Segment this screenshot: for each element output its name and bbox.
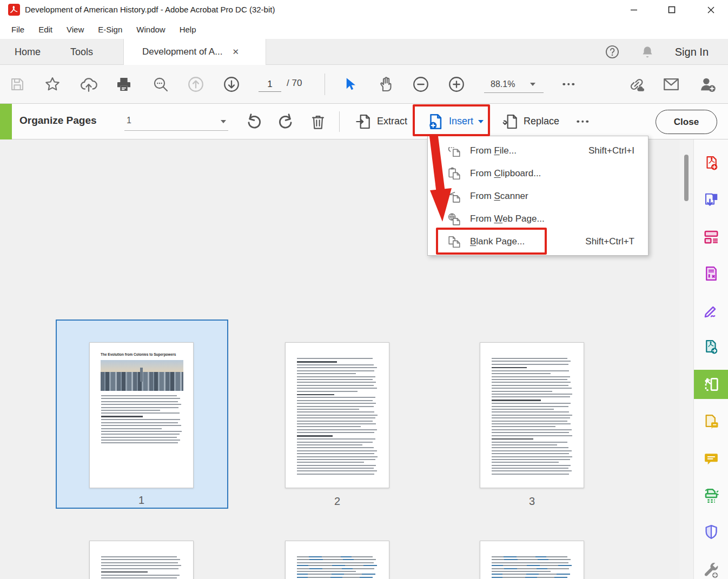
delete-pages-icon[interactable] [309, 113, 327, 130]
select-tool-icon[interactable] [342, 76, 358, 92]
page3-text [492, 358, 573, 476]
close-tool-button[interactable]: Close [656, 110, 717, 134]
page2-text [297, 358, 379, 476]
add-user-icon[interactable] [698, 75, 717, 94]
sidebar-scan-ocr[interactable] [694, 480, 728, 510]
share-link-icon[interactable] [627, 75, 646, 94]
tab-close-icon[interactable]: ✕ [232, 47, 239, 57]
page-thumbnail-6[interactable] [480, 541, 584, 579]
tool-accent-strip [0, 104, 12, 139]
page-total-label: / 70 [287, 78, 302, 89]
sign-in-button[interactable]: Sign In [675, 46, 709, 58]
page4-text [101, 556, 183, 579]
menu-item-from-clipboard[interactable]: From Clipboard... [428, 162, 649, 185]
page-number-label-2: 2 [285, 495, 389, 508]
help-icon[interactable] [605, 44, 620, 59]
sidebar-more-tools[interactable] [694, 555, 728, 579]
page-thumbnail-2[interactable] [285, 342, 389, 488]
rotate-right-icon[interactable] [276, 112, 295, 131]
sidebar-combine-files[interactable] [694, 407, 728, 437]
page-thumbnail-3[interactable] [480, 342, 584, 488]
menu-view[interactable]: View [59, 19, 91, 39]
zoom-level-control[interactable]: 88.1% [484, 76, 544, 93]
menu-item-shortcut: Shift+Ctrl+T [585, 236, 634, 247]
replace-pages-icon[interactable] [502, 113, 519, 130]
page-range-caret-icon [221, 120, 226, 123]
sidebar-create-pdf[interactable] [694, 148, 728, 178]
next-page-icon[interactable] [222, 75, 241, 94]
sidebar-edit-pdf[interactable] [694, 222, 728, 252]
annotation-arrow [425, 135, 458, 226]
page-number-label-3: 3 [480, 495, 584, 508]
zoom-in-icon[interactable] [447, 75, 466, 94]
menu-item-from-file[interactable]: From File... Shift+Ctrl+I [428, 139, 649, 162]
organize-more-icon[interactable] [577, 120, 588, 123]
sidebar-comment[interactable] [694, 443, 728, 474]
sidebar-fill-sign[interactable] [694, 295, 728, 325]
menu-item-shortcut: Shift+Ctrl+I [588, 145, 634, 156]
acrobat-window: Development of American History.pdf - Ad… [0, 0, 728, 579]
hand-tool-icon[interactable] [377, 76, 394, 93]
vertical-scrollbar[interactable] [679, 139, 693, 579]
menu-help[interactable]: Help [173, 19, 203, 39]
star-icon[interactable] [44, 76, 61, 93]
menu-bar: File Edit View E-Sign Window Help [0, 19, 728, 39]
notifications-bell-icon[interactable] [640, 44, 654, 59]
sidebar-organize-pages-active[interactable] [694, 370, 728, 399]
print-icon[interactable] [115, 76, 133, 93]
replace-button[interactable]: Replace [524, 116, 559, 127]
title-bar: Development of American History.pdf - Ad… [0, 0, 728, 19]
page-number-input[interactable]: 1 [259, 77, 281, 92]
organize-bar-divider [339, 111, 340, 132]
menu-item-label: From Clipboard... [470, 168, 541, 179]
page-thumbnail-1[interactable]: The Evolution from Colonies to Superpowe… [89, 342, 194, 488]
scrollbar-thumb[interactable] [684, 155, 689, 201]
page-range-value: 1 [127, 116, 131, 125]
menu-file[interactable]: File [4, 19, 31, 39]
zoom-out-icon[interactable] [412, 75, 430, 94]
tab-document[interactable]: Development of A... ✕ [123, 39, 266, 65]
cloud-upload-icon[interactable] [80, 75, 98, 94]
menu-edit[interactable]: Edit [31, 19, 59, 39]
tab-bar: Home Tools Development of A... ✕ Sign In [0, 39, 728, 65]
main-toolbar: 1 / 70 88.1% [0, 65, 728, 104]
menu-item-label: From Web Page... [470, 214, 545, 224]
page5-text [297, 556, 379, 579]
organize-pages-toolbar: Organize Pages 1 Extract Insert [0, 104, 728, 139]
menu-item-from-web-page[interactable]: From Web Page... [428, 208, 649, 230]
tab-document-label: Development of A... [142, 46, 222, 57]
page-thumbnail-4[interactable] [89, 541, 194, 579]
page1-text [101, 395, 183, 445]
toolbar-more-icon[interactable] [562, 83, 574, 85]
previous-page-icon[interactable] [187, 75, 205, 94]
tab-home[interactable]: Home [10, 39, 45, 65]
page-range-select[interactable]: 1 [124, 111, 228, 131]
organize-pages-title: Organize Pages [19, 115, 97, 127]
minimize-button[interactable] [620, 0, 648, 19]
menu-esign[interactable]: E-Sign [91, 19, 129, 39]
page-thumbnail-5[interactable] [285, 541, 389, 579]
sidebar-export-pdf[interactable] [694, 185, 728, 215]
tab-tools[interactable]: Tools [64, 39, 100, 65]
sidebar-protect-pdf[interactable] [694, 517, 728, 547]
zoom-caret-icon [530, 83, 535, 86]
sidebar-prepare-form[interactable] [694, 258, 728, 289]
annotation-box-blank-page [436, 228, 547, 255]
menu-window[interactable]: Window [129, 19, 172, 39]
rotate-left-icon[interactable] [245, 112, 263, 131]
email-icon[interactable] [662, 75, 680, 94]
menu-item-from-scanner[interactable]: From Scanner [428, 185, 649, 208]
toolbar-divider [325, 74, 325, 95]
menu-item-label: From File... [470, 145, 517, 156]
extract-pages-icon[interactable] [355, 113, 372, 130]
page1-title: The Evolution from Colonies to Superpowe… [101, 352, 184, 356]
extract-button[interactable]: Extract [377, 116, 407, 127]
sidebar-share-pdf[interactable] [694, 332, 728, 362]
search-icon[interactable] [152, 76, 169, 93]
window-title: Development of American History.pdf - Ad… [25, 5, 275, 14]
save-icon[interactable] [9, 76, 25, 92]
maximize-button[interactable] [658, 0, 686, 19]
annotation-box-insert [413, 104, 490, 136]
close-window-button[interactable] [697, 0, 725, 19]
menu-item-label: From Scanner [470, 191, 528, 202]
